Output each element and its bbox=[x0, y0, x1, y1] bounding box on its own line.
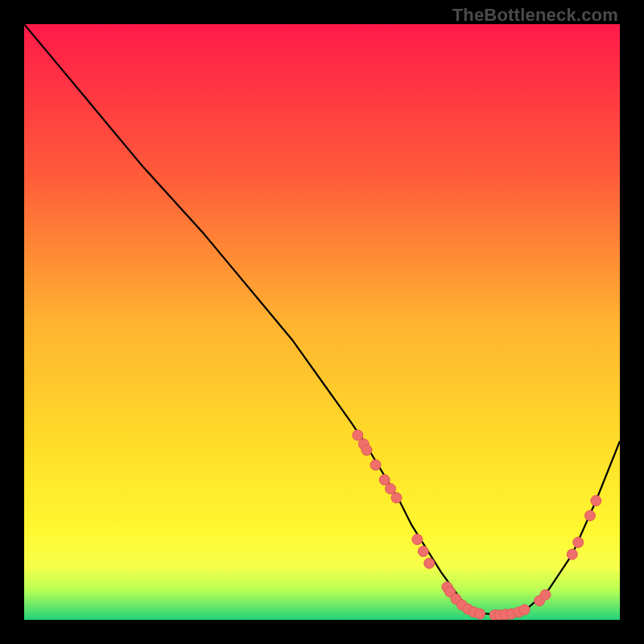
curve-marker bbox=[386, 484, 396, 494]
plot-area bbox=[24, 24, 620, 620]
curve-marker bbox=[361, 445, 372, 456]
chart-svg bbox=[24, 24, 620, 620]
curve-marker bbox=[591, 496, 601, 506]
curve-marker bbox=[573, 537, 584, 547]
curve-marker bbox=[418, 546, 428, 556]
curve-marker bbox=[353, 430, 363, 440]
curve-marker bbox=[391, 493, 402, 503]
watermark-text: TheBottleneck.com bbox=[452, 5, 618, 26]
curve-marker bbox=[567, 549, 577, 559]
curve-marker bbox=[424, 558, 435, 568]
curve-marker bbox=[585, 510, 596, 521]
curve-marker bbox=[475, 609, 485, 619]
gradient-background bbox=[24, 24, 620, 620]
curve-marker bbox=[379, 475, 390, 485]
curve-marker bbox=[370, 460, 381, 470]
curve-marker bbox=[540, 589, 551, 600]
curve-marker bbox=[412, 535, 423, 545]
chart-root: TheBottleneck.com bbox=[0, 0, 644, 644]
curve-marker bbox=[519, 605, 530, 615]
